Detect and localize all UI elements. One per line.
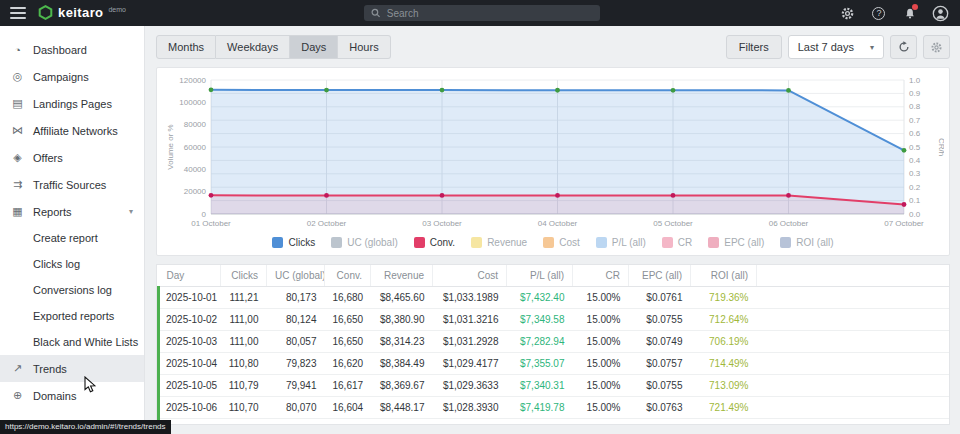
svg-text:06 October: 06 October bbox=[769, 219, 809, 228]
sidebar-item-label: Reports bbox=[33, 206, 72, 218]
search-input[interactable] bbox=[387, 8, 594, 19]
cell-roiall: 714.49% bbox=[691, 352, 757, 374]
user-avatar[interactable] bbox=[932, 4, 950, 22]
keitaro-logo-icon bbox=[38, 5, 53, 20]
menu-toggle-icon[interactable] bbox=[10, 7, 26, 19]
cell-conv: 16,680 bbox=[325, 286, 371, 308]
svg-text:03 October: 03 October bbox=[422, 219, 462, 228]
table-row[interactable]: 2025-10-01111,2180,17316,680$8,465.60$1,… bbox=[159, 286, 950, 308]
cell-clicks bbox=[221, 418, 267, 425]
sidebar-item-domains[interactable]: ⊕Domains bbox=[0, 382, 144, 409]
legend-item[interactable]: UC (global) bbox=[331, 237, 398, 248]
cell-clicks: 111,00 bbox=[221, 308, 267, 330]
sidebar-nav: ◔Dashboard◎Campaigns▤Landings Pages⋈Affi… bbox=[0, 36, 144, 409]
table-header-row: DayClicksUC (global)Conv.RevenueCostP/L … bbox=[159, 265, 950, 286]
legend-item[interactable]: EPC (all) bbox=[708, 237, 764, 248]
column-header[interactable]: ROI (all) bbox=[691, 265, 757, 286]
sidebar-item-create-report[interactable]: Create report bbox=[0, 225, 144, 251]
sidebar-item-black-white-lists[interactable]: Black and White Lists bbox=[0, 329, 144, 355]
column-header[interactable]: Day bbox=[159, 265, 221, 286]
svg-text:120000: 120000 bbox=[179, 76, 206, 85]
cell-plall: $7,355.07 bbox=[507, 352, 573, 374]
global-search[interactable] bbox=[364, 5, 600, 21]
cell-day: 2025-10-05 bbox=[159, 374, 221, 396]
cell-revenue bbox=[371, 418, 433, 425]
column-header[interactable]: CR bbox=[573, 265, 629, 286]
cell-cr bbox=[573, 418, 629, 425]
tab-days[interactable]: Days bbox=[290, 35, 338, 59]
svg-text:0.2: 0.2 bbox=[909, 183, 921, 192]
legend-swatch-icon bbox=[471, 237, 482, 248]
sidebar-item-campaigns[interactable]: ◎Campaigns bbox=[0, 63, 144, 90]
legend-label: UC (global) bbox=[347, 237, 398, 248]
svg-text:100000: 100000 bbox=[179, 98, 206, 107]
svg-text:1.0: 1.0 bbox=[909, 76, 921, 85]
sidebar-item-affiliate-networks[interactable]: ⋈Affiliate Networks bbox=[0, 117, 144, 144]
table-row[interactable]: 2025-10-06110,7080,07016,604$8,448.17$1,… bbox=[159, 396, 950, 418]
logo-demo-badge: demo bbox=[108, 6, 126, 13]
cell-conv: 16,650 bbox=[325, 330, 371, 352]
sidebar-item-conversions-log[interactable]: Conversions log bbox=[0, 277, 144, 303]
tab-months[interactable]: Months bbox=[156, 35, 216, 59]
cell-plall: $7,282.94 bbox=[507, 330, 573, 352]
legend-item[interactable]: Clicks bbox=[272, 237, 315, 248]
sidebar-item-exported-reports[interactable]: Exported reports bbox=[0, 303, 144, 329]
legend-swatch-icon bbox=[543, 237, 554, 248]
legend-item[interactable]: ROI (all) bbox=[780, 237, 833, 248]
sidebar-item-dashboard[interactable]: ◔Dashboard bbox=[0, 36, 144, 63]
cell-revenue: $8,465.60 bbox=[371, 286, 433, 308]
cell-cost: $1,033.1989 bbox=[433, 286, 507, 308]
cell-cost: $1,031.2928 bbox=[433, 330, 507, 352]
period-tabs: MonthsWeekdaysDaysHours bbox=[156, 35, 391, 59]
column-header[interactable]: Conv. bbox=[325, 265, 371, 286]
sidebar-item-label: Dashboard bbox=[33, 44, 87, 56]
cell-conv bbox=[325, 418, 371, 425]
cell-revenue: $8,369.67 bbox=[371, 374, 433, 396]
sidebar-item-label: Landings Pages bbox=[33, 98, 112, 110]
refresh-icon bbox=[898, 41, 910, 53]
app-window: keitaro demo ? bbox=[0, 0, 960, 434]
column-header[interactable]: Cost bbox=[433, 265, 507, 286]
sidebar-item-traffic-sources[interactable]: ⇉Traffic Sources bbox=[0, 171, 144, 198]
tab-hours[interactable]: Hours bbox=[338, 35, 390, 59]
sidebar-item-reports[interactable]: ▦Reports▾ bbox=[0, 198, 144, 225]
table-row[interactable]: 2025-10-04110,8079,82316,620$8,384.49$1,… bbox=[159, 352, 950, 374]
date-range-select[interactable]: Last 7 days ▾ bbox=[788, 35, 884, 59]
help-icon[interactable]: ? bbox=[870, 4, 888, 22]
table-row[interactable]: 2025-10-07 bbox=[159, 418, 950, 425]
legend-item[interactable]: Conv. bbox=[414, 237, 455, 248]
table-row[interactable]: 2025-10-05110,7979,94116,617$8,369.67$1,… bbox=[159, 374, 950, 396]
legend-item[interactable]: Cost bbox=[543, 237, 580, 248]
notifications-bell-icon[interactable] bbox=[901, 4, 919, 22]
refresh-button[interactable] bbox=[890, 35, 917, 59]
table-row[interactable]: 2025-10-02111,0080,12416,650$8,380.90$1,… bbox=[159, 308, 950, 330]
cell-ucglobal: 79,823 bbox=[267, 352, 325, 374]
column-header[interactable]: UC (global) bbox=[267, 265, 325, 286]
cell-cr: 15.00% bbox=[573, 374, 629, 396]
settings-gear-icon[interactable] bbox=[839, 4, 857, 22]
column-header[interactable]: Clicks bbox=[221, 265, 267, 286]
cell-ucglobal: 80,057 bbox=[267, 330, 325, 352]
table-row[interactable]: 2025-10-03111,0080,05716,650$8,314.23$1,… bbox=[159, 330, 950, 352]
cell-cost: $1,031.3216 bbox=[433, 308, 507, 330]
chart-settings-button[interactable] bbox=[923, 35, 950, 59]
filters-button[interactable]: Filters bbox=[726, 35, 782, 59]
cell-epcall: $0.0749 bbox=[629, 330, 691, 352]
trends-chart-svg[interactable]: 0.00.10.20.30.40.50.60.70.80.91.00200004… bbox=[163, 72, 944, 230]
sidebar-item-trends[interactable]: ↗Trends bbox=[0, 355, 144, 382]
tab-weekdays[interactable]: Weekdays bbox=[216, 35, 290, 59]
column-header[interactable]: P/L (all) bbox=[507, 265, 573, 286]
legend-item[interactable]: Revenue bbox=[471, 237, 527, 248]
sidebar-item-clicks-log[interactable]: Clicks log bbox=[0, 251, 144, 277]
sidebar-item-offers[interactable]: ◈Offers bbox=[0, 144, 144, 171]
legend-item[interactable]: CR bbox=[662, 237, 692, 248]
legend-item[interactable]: P/L (all) bbox=[596, 237, 646, 248]
column-header[interactable]: Revenue bbox=[371, 265, 433, 286]
column-header-filler bbox=[757, 265, 950, 286]
column-header[interactable]: EPC (all) bbox=[629, 265, 691, 286]
app-logo[interactable]: keitaro demo bbox=[38, 5, 126, 21]
cell-revenue: $8,380.90 bbox=[371, 308, 433, 330]
sidebar-item-landings-pages[interactable]: ▤Landings Pages bbox=[0, 90, 144, 117]
cell-cr: 15.00% bbox=[573, 286, 629, 308]
cell-ucglobal: 79,941 bbox=[267, 374, 325, 396]
